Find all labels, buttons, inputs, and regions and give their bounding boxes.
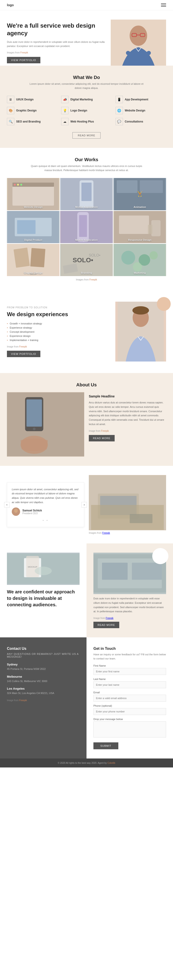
work-item-mobile-app-2[interactable]: Mobile Application xyxy=(60,211,113,243)
hero-img-credit-link[interactable]: Freepik xyxy=(20,51,28,54)
consultations-label: Consultations xyxy=(125,120,143,123)
confidence-text-block: MOCKUP We are confident our approach to … xyxy=(0,543,86,637)
confidence-left-image: MOCKUP xyxy=(7,553,80,585)
contact-title: Contact Us xyxy=(7,647,80,651)
work-bg-9 xyxy=(114,244,166,276)
contact-left-block: Contact Us ANY QUESTIONS OR REMARKS? JUS… xyxy=(0,637,86,759)
hamburger-menu[interactable] xyxy=(161,3,166,7)
testimonial-author: Samuel Schick President CEO xyxy=(12,508,79,516)
work-label-8: Branding xyxy=(81,272,92,274)
contact-img-credit: Image from Freepik xyxy=(7,699,80,702)
confidence-img-credit-link[interactable]: Freepik xyxy=(106,617,113,619)
service-item-seo: 🔍 SEO and Branding xyxy=(7,118,58,125)
testimonial-nav: ‹ › xyxy=(4,502,87,508)
read-more-button-about[interactable]: READ MORE xyxy=(89,435,115,441)
work-label-5: Mobile Application xyxy=(75,239,98,241)
svg-rect-63 xyxy=(132,563,162,580)
service-item-hosting: ☁ Web Hosting Plus xyxy=(61,118,112,125)
office-item-la: Los Angeles 324 Main St, Los Angeles CA … xyxy=(7,687,80,695)
read-more-button-services[interactable]: READ MORE xyxy=(72,132,101,138)
work-item-graphic-design[interactable]: SOLO• Graphic Design xyxy=(7,244,59,276)
first-name-input[interactable] xyxy=(93,668,166,675)
phone-input[interactable] xyxy=(93,708,166,715)
work-item-website-design[interactable]: Website Design xyxy=(7,178,59,210)
footer-text: © 2020 All rights to the best way 2020. … xyxy=(58,762,107,764)
about-grid: Sample Headline Arcu dictum varius duis … xyxy=(7,392,166,457)
work-bg-4 xyxy=(7,211,59,243)
work-label-7: Graphic Design xyxy=(24,272,42,274)
office-city-sydney: Sydney xyxy=(7,663,80,666)
contact-img-credit-link[interactable]: Freepik xyxy=(19,699,27,702)
service-item-graphic-design: 🎨 Graphic Design xyxy=(7,107,58,114)
our-works-img-credit-link[interactable]: Freepik xyxy=(90,278,97,281)
author-title: President CEO xyxy=(22,512,42,515)
our-works-title: Our Works xyxy=(7,157,166,162)
circle-decoration xyxy=(157,297,171,311)
svg-point-59 xyxy=(35,567,52,575)
prev-arrow-button[interactable]: ‹ xyxy=(4,502,10,508)
uiux-icon: 🖥 xyxy=(7,96,14,103)
service-item-logo-design: 💡 Logo Design xyxy=(61,107,112,114)
contact-section: Contact Us ANY QUESTIONS OR REMARKS? JUS… xyxy=(0,637,173,759)
work-item-branding[interactable]: SOLO• SOLO• Branding xyxy=(60,244,113,276)
confidence-section: MOCKUP We are confident our approach to … xyxy=(0,543,173,637)
get-in-touch-intro: Have an inquiry or some feedback for us?… xyxy=(93,652,166,660)
work-item-animation[interactable]: 🏋 Animation xyxy=(114,178,166,210)
view-portfolio-button-ps[interactable]: VIEW PORTFOLIO xyxy=(7,351,40,357)
svg-rect-54 xyxy=(130,514,152,523)
email-input[interactable] xyxy=(93,695,166,702)
about-img-credit: Image from Freepik xyxy=(89,430,166,432)
seo-label: SEO and Branding xyxy=(16,120,41,123)
work-bg-1 xyxy=(7,178,59,210)
svg-rect-22 xyxy=(79,215,87,237)
submit-button[interactable]: SUBMIT xyxy=(93,742,119,749)
about-us-header: About Us xyxy=(7,382,166,388)
testimonial-right-image xyxy=(89,475,166,530)
first-name-label: First Name xyxy=(93,664,166,667)
work-label-1: Website Design xyxy=(24,205,43,208)
work-item-responsive-design[interactable]: Responsive Design xyxy=(114,211,166,243)
svg-text:SOLO•: SOLO• xyxy=(89,253,100,257)
ps-list-item-5: Implementation + training xyxy=(7,338,109,342)
svg-rect-24 xyxy=(119,216,149,234)
footer: © 2020 All rights to the best way 2020. … xyxy=(0,759,173,767)
circle-decoration-2 xyxy=(152,548,168,564)
svg-rect-28 xyxy=(14,248,30,268)
author-avatar xyxy=(12,508,20,516)
next-arrow-button[interactable]: › xyxy=(82,502,87,508)
work-item-digital-product[interactable]: Digital Product xyxy=(7,211,59,243)
service-item-app-dev: 📱 App Development xyxy=(115,96,166,103)
svg-point-7 xyxy=(14,184,16,186)
last-name-input[interactable] xyxy=(93,681,166,688)
office-addr-sydney: 45 Portana St, Portana NSW 2022 xyxy=(7,667,80,671)
office-item-sydney: Sydney 45 Portana St, Portana NSW 2022 xyxy=(7,663,80,671)
ps-text-block: FROM PROBLEM TO SOLUTION We design exper… xyxy=(7,306,109,357)
ps-img-credit-link[interactable]: Freepik xyxy=(19,345,27,348)
navbar: logo xyxy=(0,0,173,10)
footer-link[interactable]: Colorlib xyxy=(107,762,115,764)
message-field: Drop your message below xyxy=(93,718,166,738)
svg-rect-53 xyxy=(91,505,164,530)
work-label-4: Digital Product xyxy=(24,239,42,241)
digital-marketing-icon: 📣 xyxy=(61,96,69,103)
svg-rect-26 xyxy=(148,225,152,234)
read-more-button-confidence[interactable]: READ MORE xyxy=(93,622,119,628)
consultations-icon: 💬 xyxy=(115,118,123,125)
svg-point-36 xyxy=(121,251,135,264)
author-name: Samuel Schick xyxy=(22,509,42,512)
hero-text-block: We're a full service web design agency D… xyxy=(7,22,111,64)
about-img-credit-link[interactable]: Freepik xyxy=(101,430,109,432)
work-item-marketing[interactable]: Marketing xyxy=(114,244,166,276)
work-item-mobile-app-1[interactable]: Mobile Application xyxy=(60,178,113,210)
view-portfolio-button[interactable]: VIEW PORTFOLIO xyxy=(7,57,40,63)
works-grid: Website Design Mobile Application 🏋 xyxy=(7,178,166,276)
message-textarea[interactable] xyxy=(93,721,166,738)
ps-list-item-1: Growth + innovation strategy xyxy=(7,321,109,326)
uiux-label: UI/UX Design xyxy=(16,98,34,101)
testimonial-img-credit-link[interactable]: Freepik xyxy=(102,532,110,534)
last-name-field: Last Name xyxy=(93,678,166,688)
work-bg-8: SOLO• SOLO• xyxy=(60,244,113,276)
about-body: Arcu dictum varius duis at consectetur l… xyxy=(89,401,166,426)
what-we-do-title: What We Do xyxy=(7,75,166,80)
ps-img-credit: Image from Freepik xyxy=(7,345,109,348)
